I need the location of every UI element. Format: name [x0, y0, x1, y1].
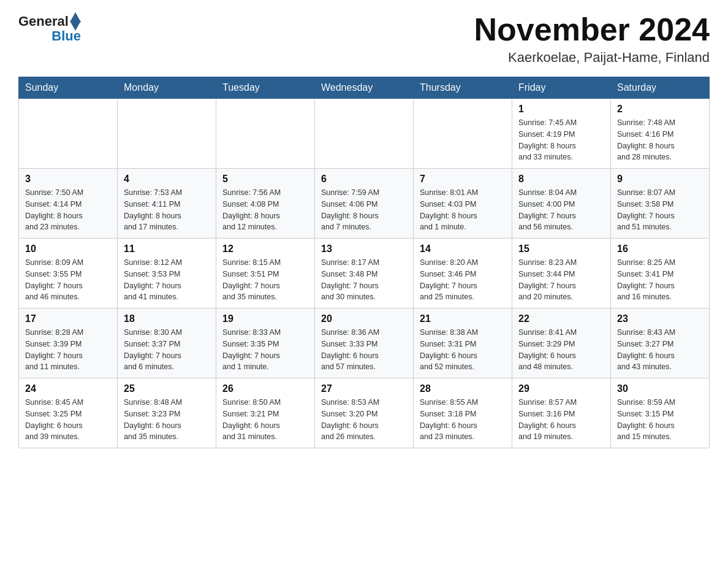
logo-general: General	[18, 13, 69, 29]
day-info: Sunrise: 8:04 AM Sunset: 4:00 PM Dayligh…	[518, 187, 604, 233]
day-cell-2-4: 6Sunrise: 7:59 AM Sunset: 4:06 PM Daylig…	[315, 169, 414, 239]
day-number: 25	[124, 383, 210, 394]
day-info: Sunrise: 8:55 AM Sunset: 3:18 PM Dayligh…	[420, 397, 506, 443]
week-row-1: 1Sunrise: 7:45 AM Sunset: 4:19 PM Daylig…	[19, 99, 710, 169]
day-number: 11	[124, 243, 210, 255]
weekday-header-row: Sunday Monday Tuesday Wednesday Thursday…	[19, 77, 710, 99]
day-cell-1-3	[216, 99, 315, 169]
day-cell-3-1: 10Sunrise: 8:09 AM Sunset: 3:55 PM Dayli…	[19, 239, 118, 308]
day-number: 3	[25, 174, 111, 185]
day-cell-5-1: 24Sunrise: 8:45 AM Sunset: 3:25 PM Dayli…	[19, 378, 118, 448]
day-number: 27	[321, 383, 407, 394]
day-info: Sunrise: 8:23 AM Sunset: 3:44 PM Dayligh…	[518, 257, 604, 303]
day-info: Sunrise: 8:50 AM Sunset: 3:21 PM Dayligh…	[222, 397, 308, 443]
day-cell-4-2: 18Sunrise: 8:30 AM Sunset: 3:37 PM Dayli…	[118, 308, 216, 378]
day-cell-2-7: 9Sunrise: 8:07 AM Sunset: 3:58 PM Daylig…	[611, 169, 710, 239]
day-info: Sunrise: 8:41 AM Sunset: 3:29 PM Dayligh…	[518, 327, 604, 373]
day-number: 9	[617, 174, 703, 185]
day-cell-5-5: 28Sunrise: 8:55 AM Sunset: 3:18 PM Dayli…	[414, 378, 512, 448]
header-saturday: Saturday	[611, 77, 710, 99]
day-cell-4-1: 17Sunrise: 8:28 AM Sunset: 3:39 PM Dayli…	[19, 308, 118, 378]
day-info: Sunrise: 8:43 AM Sunset: 3:27 PM Dayligh…	[617, 327, 703, 373]
day-number: 2	[617, 104, 703, 115]
day-cell-2-3: 5Sunrise: 7:56 AM Sunset: 4:08 PM Daylig…	[216, 169, 315, 239]
day-info: Sunrise: 7:48 AM Sunset: 4:16 PM Dayligh…	[617, 117, 703, 163]
day-cell-5-2: 25Sunrise: 8:48 AM Sunset: 3:23 PM Dayli…	[118, 378, 216, 448]
title-block: November 2024 Kaerkoelae, Paijat-Hame, F…	[474, 12, 710, 66]
day-cell-4-4: 20Sunrise: 8:36 AM Sunset: 3:33 PM Dayli…	[315, 308, 414, 378]
header-tuesday: Tuesday	[216, 77, 315, 99]
calendar-subtitle: Kaerkoelae, Paijat-Hame, Finland	[474, 50, 710, 66]
day-info: Sunrise: 8:59 AM Sunset: 3:15 PM Dayligh…	[617, 397, 703, 443]
day-cell-3-4: 13Sunrise: 8:17 AM Sunset: 3:48 PM Dayli…	[315, 239, 414, 308]
day-cell-5-6: 29Sunrise: 8:57 AM Sunset: 3:16 PM Dayli…	[512, 378, 611, 448]
week-row-4: 17Sunrise: 8:28 AM Sunset: 3:39 PM Dayli…	[19, 308, 710, 378]
day-info: Sunrise: 8:12 AM Sunset: 3:53 PM Dayligh…	[124, 257, 210, 303]
day-cell-1-1	[19, 99, 118, 169]
day-number: 28	[420, 383, 506, 394]
week-row-5: 24Sunrise: 8:45 AM Sunset: 3:25 PM Dayli…	[19, 378, 710, 448]
week-row-3: 10Sunrise: 8:09 AM Sunset: 3:55 PM Dayli…	[19, 239, 710, 308]
logo: General Blue	[18, 12, 81, 44]
day-cell-3-7: 16Sunrise: 8:25 AM Sunset: 3:41 PM Dayli…	[611, 239, 710, 308]
day-cell-2-2: 4Sunrise: 7:53 AM Sunset: 4:11 PM Daylig…	[118, 169, 216, 239]
day-cell-4-3: 19Sunrise: 8:33 AM Sunset: 3:35 PM Dayli…	[216, 308, 315, 378]
page-header: General Blue November 2024 Kaerkoelae, P…	[18, 12, 710, 66]
day-number: 16	[617, 243, 703, 255]
day-info: Sunrise: 8:48 AM Sunset: 3:23 PM Dayligh…	[124, 397, 210, 443]
day-number: 1	[518, 104, 604, 115]
day-number: 8	[518, 174, 604, 185]
logo-block: General Blue	[18, 12, 81, 44]
day-number: 30	[617, 383, 703, 394]
day-info: Sunrise: 8:07 AM Sunset: 3:58 PM Dayligh…	[617, 187, 703, 233]
logo-blue: Blue	[51, 28, 81, 44]
week-row-2: 3Sunrise: 7:50 AM Sunset: 4:14 PM Daylig…	[19, 169, 710, 239]
calendar-table: Sunday Monday Tuesday Wednesday Thursday…	[18, 77, 710, 448]
day-number: 12	[222, 243, 308, 255]
day-cell-3-5: 14Sunrise: 8:20 AM Sunset: 3:46 PM Dayli…	[414, 239, 512, 308]
day-cell-5-7: 30Sunrise: 8:59 AM Sunset: 3:15 PM Dayli…	[611, 378, 710, 448]
day-number: 10	[25, 243, 111, 255]
day-cell-1-6: 1Sunrise: 7:45 AM Sunset: 4:19 PM Daylig…	[512, 99, 611, 169]
day-number: 21	[420, 313, 506, 324]
day-cell-1-4	[315, 99, 414, 169]
day-cell-5-4: 27Sunrise: 8:53 AM Sunset: 3:20 PM Dayli…	[315, 378, 414, 448]
day-info: Sunrise: 8:09 AM Sunset: 3:55 PM Dayligh…	[25, 257, 111, 303]
header-monday: Monday	[118, 77, 216, 99]
header-friday: Friday	[512, 77, 611, 99]
day-info: Sunrise: 8:01 AM Sunset: 4:03 PM Dayligh…	[420, 187, 506, 233]
day-info: Sunrise: 7:53 AM Sunset: 4:11 PM Dayligh…	[124, 187, 210, 233]
day-cell-1-2	[118, 99, 216, 169]
header-thursday: Thursday	[414, 77, 512, 99]
day-number: 26	[222, 383, 308, 394]
day-number: 6	[321, 174, 407, 185]
day-cell-1-7: 2Sunrise: 7:48 AM Sunset: 4:16 PM Daylig…	[611, 99, 710, 169]
day-number: 14	[420, 243, 506, 255]
day-info: Sunrise: 8:45 AM Sunset: 3:25 PM Dayligh…	[25, 397, 111, 443]
day-number: 18	[124, 313, 210, 324]
day-number: 20	[321, 313, 407, 324]
day-cell-5-3: 26Sunrise: 8:50 AM Sunset: 3:21 PM Dayli…	[216, 378, 315, 448]
day-cell-3-2: 11Sunrise: 8:12 AM Sunset: 3:53 PM Dayli…	[118, 239, 216, 308]
day-cell-4-7: 23Sunrise: 8:43 AM Sunset: 3:27 PM Dayli…	[611, 308, 710, 378]
day-cell-3-3: 12Sunrise: 8:15 AM Sunset: 3:51 PM Dayli…	[216, 239, 315, 308]
day-cell-1-5	[414, 99, 512, 169]
day-info: Sunrise: 8:38 AM Sunset: 3:31 PM Dayligh…	[420, 327, 506, 373]
day-info: Sunrise: 7:59 AM Sunset: 4:06 PM Dayligh…	[321, 187, 407, 233]
calendar-title: November 2024	[474, 12, 710, 47]
day-cell-2-6: 8Sunrise: 8:04 AM Sunset: 4:00 PM Daylig…	[512, 169, 611, 239]
day-info: Sunrise: 7:50 AM Sunset: 4:14 PM Dayligh…	[25, 187, 111, 233]
day-info: Sunrise: 8:36 AM Sunset: 3:33 PM Dayligh…	[321, 327, 407, 373]
day-number: 19	[222, 313, 308, 324]
day-number: 17	[25, 313, 111, 324]
day-number: 15	[518, 243, 604, 255]
day-info: Sunrise: 8:17 AM Sunset: 3:48 PM Dayligh…	[321, 257, 407, 303]
day-cell-4-5: 21Sunrise: 8:38 AM Sunset: 3:31 PM Dayli…	[414, 308, 512, 378]
day-info: Sunrise: 8:28 AM Sunset: 3:39 PM Dayligh…	[25, 327, 111, 373]
day-cell-2-5: 7Sunrise: 8:01 AM Sunset: 4:03 PM Daylig…	[414, 169, 512, 239]
day-number: 29	[518, 383, 604, 394]
day-info: Sunrise: 7:56 AM Sunset: 4:08 PM Dayligh…	[222, 187, 308, 233]
day-number: 5	[222, 174, 308, 185]
day-number: 4	[124, 174, 210, 185]
day-info: Sunrise: 8:57 AM Sunset: 3:16 PM Dayligh…	[518, 397, 604, 443]
